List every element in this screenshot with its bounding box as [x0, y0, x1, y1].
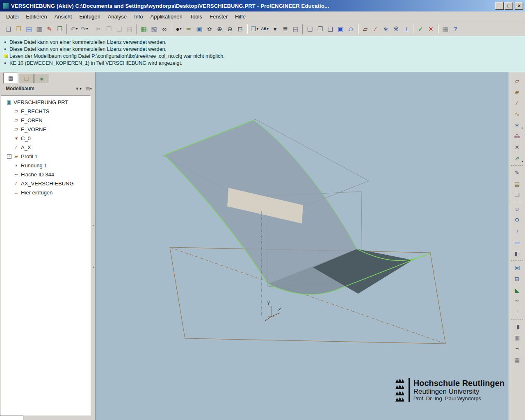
offset-tool[interactable]: ±: [511, 307, 523, 317]
info-palette-button[interactable]: ▦: [440, 24, 450, 34]
title-bar[interactable]: VERSCHIEBUNG (Aktiv) C:\Documents and Se…: [0, 0, 525, 11]
menu-item-editieren[interactable]: Editieren: [22, 12, 50, 21]
tree-item-e-rechts[interactable]: ▱E_RECHTS: [1, 107, 90, 116]
folder-browser-tab[interactable]: ❒: [19, 74, 34, 83]
zoom-in-button[interactable]: ⊕: [215, 24, 225, 34]
csys-display-toggle[interactable]: ⊥: [401, 24, 411, 34]
fill-tool[interactable]: ◧: [511, 248, 523, 259]
sketch-view-tool[interactable]: ✎: [511, 167, 523, 178]
window-hidden-button[interactable]: ❐: [315, 24, 325, 34]
paste-button[interactable]: ❏: [114, 24, 124, 34]
solidify-tool[interactable]: ◨: [511, 321, 523, 332]
print-button[interactable]: ▥: [34, 24, 44, 34]
layer-settings-button[interactable]: ▤: [290, 24, 301, 34]
annotation-button[interactable]: AB▾: [260, 24, 270, 34]
pattern-tool[interactable]: ⊞: [511, 274, 523, 284]
datum-plane-tool[interactable]: ▱: [511, 75, 523, 86]
window-shaded-button[interactable]: ❑: [325, 24, 336, 34]
close-window-button[interactable]: ✕: [426, 24, 436, 34]
tree-item-verschiebung-prt[interactable]: ▣VERSCHIEBUNG.PRT: [1, 98, 90, 107]
tree-item-profil-1[interactable]: +▰Profil 1: [1, 152, 90, 161]
context-help-button[interactable]: ?: [450, 24, 461, 34]
layers-button[interactable]: ≣: [280, 24, 290, 34]
merge-tool[interactable]: ≃: [511, 296, 523, 306]
panel-splitter[interactable]: [91, 72, 95, 420]
pattern-table-tool[interactable]: ▦: [511, 354, 523, 365]
dropdown-arrow-icon[interactable]: ▾: [267, 27, 268, 31]
mirror-tool[interactable]: ⋈: [511, 262, 523, 273]
boundary-blend-tool[interactable]: ▭: [511, 237, 523, 248]
menu-item-applikationen[interactable]: Applikationen: [147, 12, 186, 21]
edit-document-button[interactable]: ✎: [44, 24, 55, 34]
model-info-button[interactable]: ☺: [346, 24, 356, 34]
trim-tool[interactable]: ◣: [511, 285, 523, 295]
saved-views-button[interactable]: ❒▾: [249, 24, 260, 34]
paste-special-button[interactable]: ▤: [124, 24, 135, 34]
regenerate-button[interactable]: ▦: [139, 24, 149, 34]
point-symbol-display-toggle[interactable]: ※: [391, 24, 401, 34]
tree-item-ax-verschiebung[interactable]: ∕AX_VERSCHIEBUNG: [1, 179, 90, 188]
datum-point-display-toggle[interactable]: ∗: [381, 24, 391, 34]
refit-button[interactable]: ⊡: [235, 24, 245, 34]
tree-item-e-vorne[interactable]: ▱E_VORNE: [1, 125, 90, 134]
menu-item-datei[interactable]: Datei: [2, 12, 22, 21]
zoom-out-button[interactable]: ⊖: [225, 24, 235, 34]
menu-item-hilfe[interactable]: Hilfe: [231, 12, 249, 21]
message-area[interactable]: •Diese Datei kann von einer kommerzielle…: [0, 36, 525, 72]
datum-apply-button[interactable]: ✓: [415, 24, 426, 34]
tree-item-hier-einf-gen[interactable]: →Hier einfügen: [1, 188, 90, 197]
maximize-button[interactable]: □: [504, 2, 513, 10]
send-document-button[interactable]: ❐: [55, 24, 65, 34]
dropdown-arrow-icon[interactable]: ▾: [257, 27, 258, 31]
copy-button[interactable]: ❐: [104, 24, 114, 34]
revolve-tool[interactable]: Ω: [511, 215, 523, 226]
datum-axis-display-toggle[interactable]: ∕: [370, 24, 381, 34]
tree-display-button[interactable]: ▤▾: [86, 86, 92, 91]
close-button[interactable]: ✕: [515, 2, 523, 10]
field-point-tool[interactable]: ✕: [511, 142, 523, 153]
tree-item-a-x[interactable]: ∕A_X: [1, 143, 90, 152]
draft-tool[interactable]: ¬: [511, 343, 523, 354]
menu-item-info[interactable]: Info: [130, 12, 147, 21]
plane-stack-tool[interactable]: ❏: [511, 189, 523, 200]
tree-item-e-oben[interactable]: ▱E_OBEN: [1, 116, 90, 125]
view-options-button[interactable]: ▾: [270, 24, 280, 34]
redo-button[interactable]: ↷▾: [79, 24, 89, 34]
shaded-display-button[interactable]: ▣: [194, 24, 204, 34]
repaint-button[interactable]: ✏: [184, 24, 194, 34]
tree-item-c-0[interactable]: ∗C_0: [1, 134, 90, 143]
favorites-tab[interactable]: ∗: [34, 74, 49, 83]
dropdown-arrow-icon[interactable]: ▾: [180, 27, 182, 31]
window-wireframe-button[interactable]: ❏: [305, 24, 315, 34]
extrude-tool[interactable]: ∪: [511, 204, 523, 215]
style-tool[interactable]: ⇗▸: [511, 153, 523, 164]
thicken-tool[interactable]: ▥: [511, 332, 523, 343]
sketch-tool[interactable]: ▰: [511, 87, 523, 97]
menu-item-einf-gen[interactable]: Einfügen: [75, 12, 104, 21]
tree-item-fl-che-id-344[interactable]: ∽Fläche ID 344: [1, 170, 90, 179]
menu-item-fenster[interactable]: Fenster: [206, 12, 231, 21]
menu-item-analyse[interactable]: Analyse: [104, 12, 130, 21]
spin-center-button[interactable]: ≎: [204, 24, 215, 34]
find-button[interactable]: ∞: [159, 24, 169, 34]
graphics-viewport[interactable]: Y Z Hochschule Reutlingen Reutlingen Uni…: [95, 72, 509, 420]
datum-axis-tool[interactable]: ∕: [511, 98, 523, 108]
annotation-plane-tool[interactable]: ▤: [511, 178, 523, 189]
model-tree-tab[interactable]: ▦: [3, 73, 18, 83]
tree-filter-button[interactable]: ▼▾: [75, 86, 82, 91]
tree-item-rundung-1[interactable]: ◗Rundung 1: [1, 161, 90, 170]
cut-button[interactable]: ✂: [94, 24, 104, 34]
undo-button[interactable]: ↶▾: [69, 24, 79, 34]
menu-item-tools[interactable]: Tools: [186, 12, 206, 21]
menu-item-ansicht[interactable]: Ansicht: [51, 12, 76, 21]
new-file-button[interactable]: ❏: [3, 24, 14, 34]
sweep-tool[interactable]: ≀: [511, 226, 523, 237]
custom-regenerate-button[interactable]: ▧: [149, 24, 159, 34]
render-style-button[interactable]: ●▾: [173, 24, 184, 34]
datum-curve-tool[interactable]: ∿: [511, 109, 523, 119]
active-window-button[interactable]: ▣: [336, 24, 346, 34]
datum-point-tool[interactable]: ∗▸: [511, 120, 523, 130]
dropdown-arrow-icon[interactable]: ▾: [76, 27, 78, 31]
dropdown-arrow-icon[interactable]: ▾: [86, 27, 88, 31]
save-button[interactable]: ▤: [24, 24, 34, 34]
